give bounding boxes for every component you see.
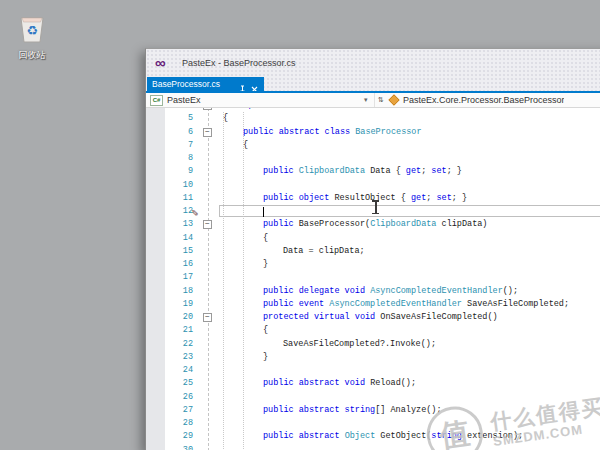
code-line-22[interactable]: 22SaveAsFileCompleted?.Invoke();	[146, 338, 600, 351]
code-text: public abstract void Reload();	[263, 377, 416, 390]
line-number: 20	[160, 311, 193, 324]
line-number: 15	[160, 245, 193, 258]
text-caret	[263, 207, 264, 217]
code-editor[interactable]: 4−namespace PasteEx.Core.Processor5{6−pu…	[146, 108, 600, 450]
code-line-29[interactable]: 29public abstract Object GetObject(strin…	[146, 430, 600, 443]
code-text: public ClipboardData Data { get; set; }	[263, 165, 462, 178]
line-number: 25	[160, 377, 193, 390]
pin-icon[interactable]	[238, 80, 247, 89]
edit-pencil-icon: ✎	[191, 205, 199, 218]
editor-navigation-bar: C# PasteEx ▾ ⇅ PasteEx.Core.Processor.Ba…	[146, 93, 600, 108]
code-line-24[interactable]: 24	[146, 364, 600, 377]
code-lines-container: 4−namespace PasteEx.Core.Processor5{6−pu…	[146, 108, 600, 450]
line-number: 6	[160, 126, 193, 139]
code-line-15[interactable]: 15Data = clipData;	[146, 245, 600, 258]
code-line-20[interactable]: 20−protected virtual void OnSaveAsFileCo…	[146, 311, 600, 324]
code-line-17[interactable]: 17	[146, 271, 600, 284]
line-number: 23	[160, 351, 193, 364]
line-number: 14	[160, 232, 193, 245]
code-text: {	[243, 139, 248, 152]
line-number: 17	[160, 271, 193, 284]
code-text: {	[263, 232, 268, 245]
line-number: 27	[160, 404, 193, 417]
line-number: 12	[160, 205, 193, 218]
code-line-14[interactable]: 14{	[146, 232, 600, 245]
desktop: { "desktop": { "background_color": "#a9a…	[0, 0, 600, 450]
code-text: public abstract string[] Analyze();	[263, 404, 442, 417]
code-text: public object ResultObject { get; set; }	[263, 192, 467, 205]
code-line-30[interactable]: 30	[146, 444, 600, 450]
code-line-18[interactable]: 18public delegate void AsyncCompletedEve…	[146, 285, 600, 298]
code-text: Data = clipData;	[283, 245, 365, 258]
svg-text:♻: ♻	[26, 23, 38, 38]
code-text: public abstract class BaseProcessor	[243, 126, 422, 139]
code-line-28[interactable]: 28	[146, 417, 600, 430]
chevron-down-icon: ▾	[364, 96, 368, 104]
code-line-19[interactable]: 19public event AsyncCompletedEventHandle…	[146, 298, 600, 311]
visual-studio-logo-icon: ∞	[155, 53, 166, 73]
code-line-23[interactable]: 23}	[146, 351, 600, 364]
line-number: 24	[160, 364, 193, 377]
code-text: }	[263, 258, 268, 271]
code-line-10[interactable]: 10	[146, 179, 600, 192]
navigate-arrows-icon: ⇅	[378, 96, 384, 104]
line-number: 10	[160, 179, 193, 192]
code-line-7[interactable]: 7{	[146, 139, 600, 152]
code-text: }	[263, 351, 268, 364]
fold-collapse-button[interactable]: −	[203, 128, 212, 137]
class-icon	[388, 94, 399, 105]
line-number: 18	[160, 285, 193, 298]
code-line-21[interactable]: 21{	[146, 324, 600, 337]
line-number: 11	[160, 192, 193, 205]
code-line-6[interactable]: 6−public abstract class BaseProcessor	[146, 126, 600, 139]
code-text: public delegate void AsyncCompletedEvent…	[263, 285, 518, 298]
line-number: 19	[160, 298, 193, 311]
line-number: 8	[160, 152, 193, 165]
code-line-27[interactable]: 27public abstract string[] Analyze();	[146, 404, 600, 417]
code-line-8[interactable]: 8	[146, 152, 600, 165]
line-number: 9	[160, 165, 193, 178]
tab-label: BaseProcessor.cs	[152, 79, 235, 89]
mouse-ibeam-cursor	[371, 200, 380, 214]
line-number: 13	[160, 218, 193, 231]
recycle-bin-desktop-icon[interactable]: ♻ 回收站	[10, 11, 54, 62]
member-dropdown-label: PasteEx.Core.Processor.BaseProcessor	[403, 95, 565, 105]
project-dropdown-label: PasteEx	[167, 95, 201, 105]
member-dropdown[interactable]: ⇅ PasteEx.Core.Processor.BaseProcessor ▾	[374, 93, 600, 107]
code-line-26[interactable]: 26	[146, 391, 600, 404]
window-titlebar[interactable]: ∞ PasteEx - BaseProcessor.cs	[146, 49, 600, 77]
code-text: protected virtual void OnSaveAsFileCompl…	[263, 311, 498, 324]
code-text: public BaseProcessor(ClipboardData clipD…	[263, 218, 487, 231]
close-icon[interactable]	[250, 80, 259, 89]
fold-collapse-button[interactable]: −	[203, 108, 212, 110]
code-text: {	[223, 112, 228, 125]
line-number: 16	[160, 258, 193, 271]
fold-collapse-button[interactable]: −	[203, 313, 212, 322]
code-line-13[interactable]: 13−public BaseProcessor(ClipboardData cl…	[146, 218, 600, 231]
code-text: public abstract Object GetObject(string …	[263, 430, 523, 443]
code-line-16[interactable]: 16}	[146, 258, 600, 271]
line-number: 7	[160, 139, 193, 152]
line-number: 22	[160, 338, 193, 351]
code-text: {	[263, 324, 268, 337]
code-line-9[interactable]: 9public ClipboardData Data { get; set; }	[146, 165, 600, 178]
visual-studio-window: ∞ PasteEx - BaseProcessor.cs BaseProcess…	[145, 48, 600, 450]
document-tab-well: BaseProcessor.cs	[146, 77, 600, 91]
line-number: 26	[160, 391, 193, 404]
code-text: public event AsyncCompletedEventHandler …	[263, 298, 569, 311]
fold-collapse-button[interactable]: −	[203, 220, 212, 229]
recycle-bin-label: 回收站	[10, 49, 54, 62]
line-number: 30	[160, 444, 193, 450]
code-line-5[interactable]: 5{	[146, 112, 600, 125]
recycle-bin-icon: ♻	[16, 11, 48, 44]
csharp-project-icon: C#	[150, 95, 163, 106]
line-number: 28	[160, 417, 193, 430]
code-line-25[interactable]: 25public abstract void Reload();	[146, 377, 600, 390]
line-number: 21	[160, 324, 193, 337]
project-dropdown[interactable]: C# PasteEx ▾	[146, 93, 374, 107]
tab-baseprocessor[interactable]: BaseProcessor.cs	[147, 77, 264, 91]
current-line-highlight	[219, 205, 600, 217]
line-number: 29	[160, 430, 193, 443]
code-text: SaveAsFileCompleted?.Invoke();	[283, 338, 436, 351]
window-title: PasteEx - BaseProcessor.cs	[182, 49, 296, 77]
